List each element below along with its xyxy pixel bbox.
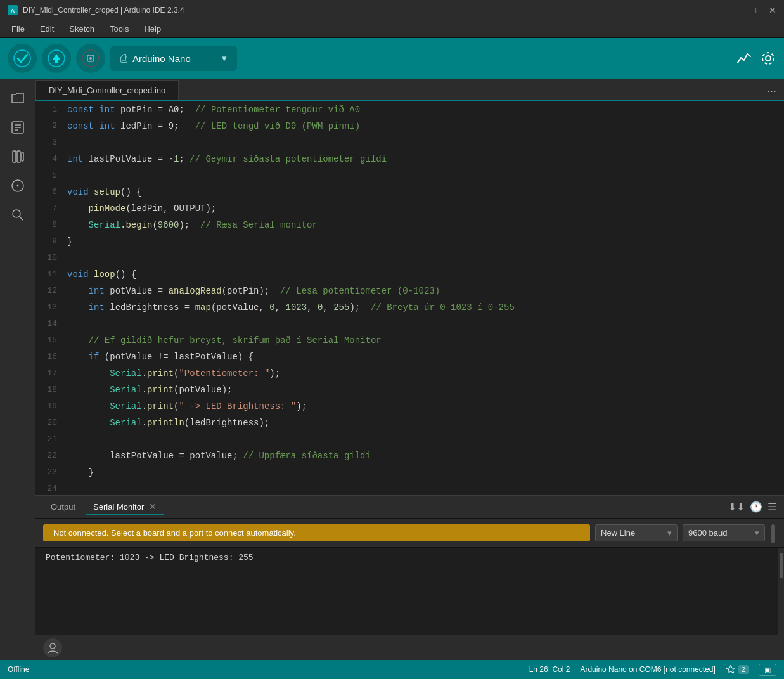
status-left: Offline (8, 665, 29, 674)
serial-output: Potentiometer: 1023 -> LED Brightness: 2… (35, 548, 778, 635)
code-line-1: 1 const int potPin = A0; // Potentiomete… (35, 101, 784, 118)
window-title: DIY_Midi_Controller_croped | Arduino IDE… (23, 6, 735, 15)
code-line-6: 6 void setup() { (35, 184, 784, 200)
svg-point-7 (89, 57, 92, 60)
code-line-4: 4 int lastPotValue = -1; // Geymir síðas… (35, 151, 784, 167)
serial-output-text: Potentiometer: 1023 -> LED Brightness: 2… (46, 553, 254, 562)
notification-count: 2 (738, 665, 749, 674)
status-right: Ln 26, Col 2 Arduino Nano on COM6 [not c… (529, 664, 776, 676)
code-line-3: 3 (35, 134, 784, 151)
tab-filename: DIY_Midi_Controller_croped.ino (49, 86, 165, 95)
svg-point-8 (766, 56, 771, 61)
code-line-24: 24 (35, 481, 784, 495)
panel-controls: ⬇⬇ 🕐 ☰ (728, 501, 776, 513)
debug-button[interactable] (76, 44, 105, 73)
tab-more-button[interactable]: ··· (759, 82, 784, 100)
cursor-position: Ln 26, Col 2 (529, 665, 570, 674)
code-line-5: 5 (35, 167, 784, 184)
window-controls[interactable]: — □ ✕ (740, 5, 776, 15)
tab-bar: DIY_Midi_Controller_croped.ino ··· (35, 79, 784, 101)
upload-button[interactable] (42, 44, 71, 73)
sidebar (0, 79, 35, 660)
baud-rate-dropdown[interactable]: 9600 baud ▾ (683, 524, 765, 541)
baud-rate-arrow: ▾ (755, 528, 759, 538)
titlebar: A DIY_Midi_Controller_croped | Arduino I… (0, 0, 784, 20)
sidebar-item-library[interactable] (6, 145, 30, 169)
svg-rect-14 (13, 151, 16, 162)
code-line-17: 17 Serial.print("Potentiometer: "); (35, 365, 784, 382)
menu-edit[interactable]: Edit (34, 23, 60, 35)
code-line-2: 2 const int ledPin = 9; // LED tengd við… (35, 118, 784, 134)
app-icon: A (8, 5, 18, 15)
code-line-15: 15 // Ef gildið hefur breyst, skrifum þa… (35, 332, 784, 349)
panel-toggle-button[interactable]: ▣ (759, 664, 776, 676)
board-dropdown-arrow: ▾ (222, 53, 227, 64)
menu-tools[interactable]: Tools (103, 23, 135, 35)
svg-point-9 (762, 53, 774, 64)
sidebar-item-search[interactable] (6, 203, 30, 227)
board-port-status: Arduino Nano on COM6 [not connected] (580, 665, 715, 674)
board-name: Arduino Nano (132, 53, 191, 64)
panel-menu-button[interactable]: ☰ (768, 501, 776, 513)
tab-output[interactable]: Output (43, 500, 83, 514)
minimize-button[interactable]: — (740, 5, 749, 15)
serial-plotter-button[interactable] (736, 50, 752, 67)
main-area: DIY_Midi_Controller_croped.ino ··· 1 con… (0, 79, 784, 660)
bottom-panel: Output Serial Monitor ✕ ⬇⬇ 🕐 ☰ Not conne… (35, 495, 784, 660)
menu-help[interactable]: Help (138, 23, 167, 35)
code-line-13: 13 int ledBrightness = map(potValue, 0, … (35, 299, 784, 316)
serial-monitor-close[interactable]: ✕ (149, 501, 157, 512)
panel-clock-button[interactable]: 🕐 (750, 501, 762, 513)
board-selector[interactable]: ⎙ Arduino Nano ▾ (110, 46, 237, 71)
svg-point-22 (50, 643, 55, 649)
code-line-10: 10 (35, 250, 784, 266)
code-line-19: 19 Serial.print(" -> LED Brightness: "); (35, 398, 784, 415)
code-line-16: 16 if (potValue != lastPotValue) { (35, 349, 784, 365)
code-line-21: 21 (35, 431, 784, 448)
editor-area: DIY_Midi_Controller_croped.ino ··· 1 con… (35, 79, 784, 660)
status-bar: Offline Ln 26, Col 2 Arduino Nano on COM… (0, 660, 784, 679)
menubar: File Edit Sketch Tools Help (0, 20, 784, 38)
sidebar-item-sketch[interactable] (6, 115, 30, 139)
serial-status-message: Not connected. Select a board and a port… (43, 524, 590, 541)
sidebar-item-debug[interactable] (6, 174, 30, 198)
code-line-11: 11 void loop() { (35, 266, 784, 283)
notification-area[interactable]: 2 (726, 664, 749, 675)
code-line-12: 12 int potValue = analogRead(potPin); //… (35, 283, 784, 299)
svg-point-19 (16, 185, 18, 187)
user-avatar[interactable] (43, 638, 62, 657)
editor-tab[interactable]: DIY_Midi_Controller_croped.ino (35, 80, 179, 100)
verify-button[interactable] (8, 44, 37, 73)
toolbar-right (736, 50, 776, 67)
code-editor[interactable]: 1 const int potPin = A0; // Potentiomete… (35, 101, 784, 495)
code-line-8: 8 Serial.begin(9600); // Ræsa Serial mon… (35, 217, 784, 233)
code-line-14: 14 (35, 316, 784, 332)
menu-sketch[interactable]: Sketch (63, 23, 101, 35)
close-button[interactable]: ✕ (769, 5, 776, 15)
baud-rate-label: 9600 baud (688, 528, 727, 538)
code-line-22: 22 lastPotValue = potValue; // Uppfæra s… (35, 448, 784, 464)
panel-scroll-down-button[interactable]: ⬇⬇ (728, 501, 745, 513)
svg-line-21 (19, 217, 23, 221)
settings-button[interactable] (760, 50, 776, 67)
line-ending-arrow: ▾ (667, 528, 672, 538)
code-line-7: 7 pinMode(ledPin, OUTPUT); (35, 200, 784, 217)
offline-status: Offline (8, 665, 29, 674)
svg-rect-15 (17, 151, 20, 162)
toolbar: ⎙ Arduino Nano ▾ (0, 38, 784, 79)
code-line-9: 9 } (35, 233, 784, 250)
menu-file[interactable]: File (5, 23, 31, 35)
line-ending-dropdown[interactable]: New Line ▾ (595, 524, 678, 541)
serial-controls: Not connected. Select a board and a port… (35, 519, 784, 548)
sidebar-item-folder[interactable] (6, 86, 30, 110)
svg-rect-16 (22, 152, 23, 161)
code-line-20: 20 Serial.println(ledBrightness); (35, 415, 784, 431)
svg-point-2 (14, 50, 30, 67)
tab-serial-monitor[interactable]: Serial Monitor ✕ (86, 499, 164, 515)
code-line-23: 23 } (35, 464, 784, 481)
line-ending-label: New Line (601, 528, 635, 538)
code-line-18: 18 Serial.print(potValue); (35, 382, 784, 398)
panel-tabs: Output Serial Monitor ✕ ⬇⬇ 🕐 ☰ (35, 496, 784, 519)
maximize-button[interactable]: □ (756, 5, 761, 15)
svg-text:A: A (11, 8, 15, 14)
